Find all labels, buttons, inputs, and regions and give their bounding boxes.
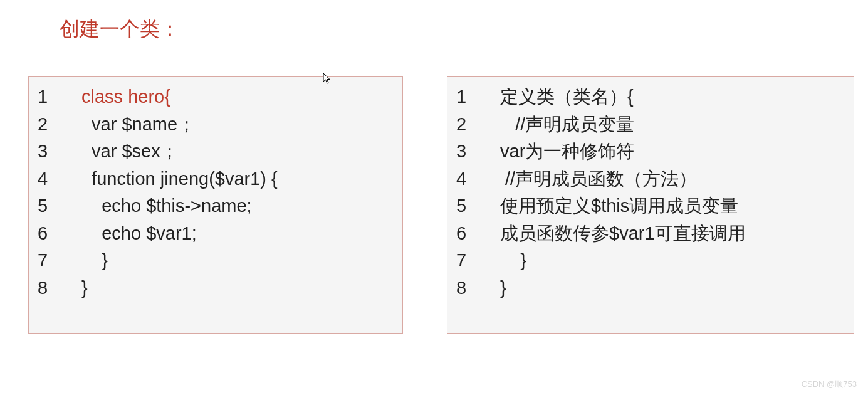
code-text: var为一种修饰符 [500, 138, 634, 166]
code-text: } [81, 247, 108, 275]
code-line: 4 //声明成员函数（方法） [456, 166, 845, 193]
line-number: 6 [38, 220, 81, 248]
code-text: var $name； [81, 111, 196, 139]
code-text: 使用预定义$this调用成员变量 [500, 192, 738, 220]
code-text: echo $this->name; [81, 192, 252, 220]
code-text: } [81, 275, 88, 302]
code-line: 7 } [38, 247, 394, 275]
line-number: 8 [38, 275, 81, 302]
code-text: } [500, 247, 526, 275]
line-number: 7 [456, 247, 500, 275]
line-number: 7 [38, 247, 81, 275]
code-line: 8 } [456, 275, 845, 302]
code-line: 6 echo $var1; [38, 220, 394, 248]
code-line: 1 class hero{ [38, 83, 394, 111]
line-number: 5 [456, 192, 500, 220]
code-box-left: 1 class hero{ 2 var $name； 3 var $sex； 4… [28, 76, 403, 334]
line-number: 1 [38, 83, 81, 111]
code-line: 5 echo $this->name; [38, 192, 394, 220]
code-text: //声明成员变量 [500, 111, 634, 139]
code-text: //声明成员函数（方法） [500, 166, 697, 193]
code-line: 2 var $name； [38, 111, 394, 139]
code-text: 定义类（类名）{ [500, 83, 634, 111]
watermark-text: CSDN @顺753 [802, 379, 857, 390]
code-box-right: 1 定义类（类名）{ 2 //声明成员变量 3 var为一种修饰符 4 //声明… [447, 76, 854, 334]
line-number: 3 [38, 138, 81, 166]
code-text: var $sex； [81, 138, 179, 166]
code-line: 3 var为一种修饰符 [456, 138, 845, 166]
code-line: 7 } [456, 247, 845, 275]
line-number: 5 [38, 192, 81, 220]
code-line: 5 使用预定义$this调用成员变量 [456, 192, 845, 220]
line-number: 8 [456, 275, 500, 302]
code-text: } [500, 275, 506, 302]
line-number: 1 [456, 83, 500, 111]
code-text: 成员函数传参$var1可直接调用 [500, 220, 746, 248]
code-line: 2 //声明成员变量 [456, 111, 845, 139]
line-number: 4 [456, 166, 500, 193]
code-line: 6 成员函数传参$var1可直接调用 [456, 220, 845, 248]
code-line: 3 var $sex； [38, 138, 394, 166]
line-number: 6 [456, 220, 500, 248]
code-text: class hero{ [81, 83, 170, 111]
code-text: function jineng($var1) { [81, 166, 278, 193]
line-number: 4 [38, 166, 81, 193]
line-number: 2 [456, 111, 500, 139]
slide-title: 创建一个类： [60, 16, 180, 43]
line-number: 3 [456, 138, 500, 166]
line-number: 2 [38, 111, 81, 139]
code-text: echo $var1; [81, 220, 197, 248]
code-line: 1 定义类（类名）{ [456, 83, 845, 111]
code-line: 4 function jineng($var1) { [38, 166, 394, 193]
code-line: 8 } [38, 275, 394, 302]
